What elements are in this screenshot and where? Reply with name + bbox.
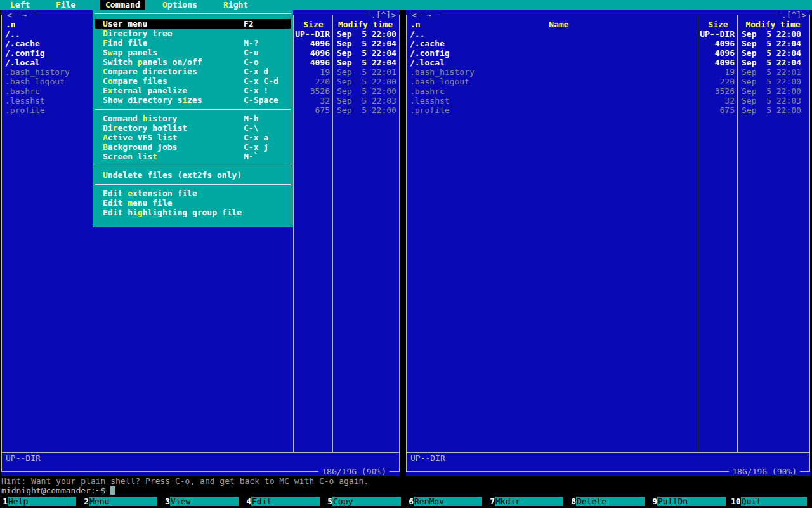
menu-shortcut: M-` (244, 152, 258, 161)
file-row[interactable]: .lesshst32Sep 5 22:03 (407, 96, 809, 105)
menu-item-user-menu[interactable]: User menuF2 (95, 19, 291, 29)
menu-shortcut: C-o (244, 57, 258, 67)
file-name: /.cache (410, 39, 445, 48)
label-post: ompare directories (108, 67, 197, 76)
panel-nav-buttons[interactable]: .[^]> (370, 10, 397, 20)
menu-item-compare-files[interactable]: Compare filesC-x C-d (95, 76, 291, 86)
fkey-pulldn[interactable]: 9PullDn (650, 497, 731, 506)
hotkey-letter: m (128, 198, 133, 208)
menu-item-directory-tree[interactable]: Directory tree (95, 29, 291, 38)
label-post: irectory tree (108, 29, 173, 38)
fkey-number: 3 (162, 497, 170, 506)
label-pre: Edit (103, 198, 128, 208)
label-post: hlighting group file (143, 208, 242, 217)
menu-item-screen-list[interactable]: Screen listM-` (95, 152, 291, 161)
menu-item-directory-hotlist[interactable]: Directory hotlistC-\ (95, 123, 291, 133)
fkey-menu[interactable]: 2Menu (81, 497, 162, 506)
fkey-view[interactable]: 3View (162, 497, 244, 506)
menu-separator (95, 180, 291, 189)
file-name: /.. (410, 29, 424, 39)
column-header-size[interactable]: Size (698, 20, 738, 29)
fkey-edit[interactable]: 4Edit (244, 497, 325, 506)
fkey-help[interactable]: 1Help (0, 497, 81, 506)
file-list: /..UP--DIRSep 5 22:00/.cache4096Sep 5 22… (407, 29, 809, 115)
fkey-copy[interactable]: 5Copy (325, 497, 406, 506)
fkey-delete[interactable]: 8Delete (568, 497, 650, 506)
hotkey-letter: p (138, 57, 143, 67)
label-post: mpare files (113, 76, 167, 86)
file-row[interactable]: /.cache4096Sep 5 22:04 (407, 39, 809, 48)
label-post: enu file (133, 198, 173, 208)
menubar-item-file[interactable]: File (51, 0, 81, 10)
column-header-name[interactable]: Name (419, 20, 698, 29)
fkey-number: 4 (244, 497, 251, 506)
file-row[interactable]: /.local4096Sep 5 22:04 (407, 58, 809, 67)
menu-item-edit-menu-file[interactable]: Edit menu file (95, 198, 291, 208)
label-pre: Edit hi (103, 208, 138, 217)
file-row[interactable]: .bash_logout220Sep 5 22:00 (407, 77, 809, 86)
fkey-mkdir[interactable]: 7Mkdir (487, 497, 568, 506)
menu-shortcut: C-\ (244, 123, 258, 133)
fkey-renmov[interactable]: 6RenMov (406, 497, 487, 506)
menu-item-background-jobs[interactable]: Background jobsC-x j (95, 142, 291, 152)
fkey-label: Mkdir (495, 497, 563, 506)
menu-item-undelete-files-ext2fs-only-[interactable]: Undelete files (ext2fs only) (95, 170, 291, 180)
menu-item-find-file[interactable]: Find fileM-? (95, 38, 291, 48)
fkey-number: 6 (406, 497, 414, 506)
menu-item-external-panelize[interactable]: External panelizeC-x ! (95, 86, 291, 95)
column-header-mtime[interactable]: Modify time (333, 20, 398, 29)
file-row[interactable]: /.config4096Sep 5 22:04 (407, 48, 809, 58)
fkey-label: RenMov (414, 497, 482, 506)
label-post: xtension file (133, 189, 197, 198)
menu-item-command-history[interactable]: Command historyM-h (95, 114, 291, 123)
hotkey-letter: F (103, 38, 108, 48)
menu-item-edit-extension-file[interactable]: Edit extension file (95, 189, 291, 198)
menu-item-active-vfs-list[interactable]: Active VFS listC-x a (95, 133, 291, 142)
menu-shortcut: F2 (244, 19, 254, 29)
file-size: 4096 (698, 48, 737, 58)
panel-path[interactable]: <─ ~ (410, 10, 438, 20)
hotkey-letter: w (108, 48, 113, 57)
label-pre: S (103, 48, 108, 57)
file-size: 675 (293, 105, 332, 115)
hint-line: Hint: Want your plain shell? Press C-o, … (1, 476, 369, 486)
menu-item-switch-panels-on-off[interactable]: Switch panels on/offC-o (95, 57, 291, 67)
menu-item-edit-highlighting-group-file[interactable]: Edit highlighting group file (95, 208, 291, 217)
menu-item-compare-directories[interactable]: Compare directoriesC-x d (95, 67, 291, 76)
fkey-quit[interactable]: 10Quit (731, 497, 812, 506)
label-pre: Edit (103, 189, 128, 198)
file-size: 220 (293, 77, 332, 86)
file-mtime: Sep 5 22:04 (742, 48, 801, 58)
file-size: 3526 (293, 86, 332, 96)
menubar-item-left[interactable]: Left (5, 0, 35, 10)
file-name: /.cache (5, 39, 40, 48)
file-size: 32 (698, 96, 737, 105)
hotkey-letter: O (162, 0, 167, 10)
menubar-item-options[interactable]: Options (157, 0, 202, 10)
hotkey-letter: C (105, 0, 110, 10)
hotkey-letter: i (182, 95, 187, 105)
file-size: 220 (698, 77, 737, 86)
file-size: 4096 (293, 39, 332, 48)
menu-item-show-directory-sizes[interactable]: Show directory sizesC-Space (95, 95, 291, 105)
panel-border-minisep (2, 452, 399, 453)
file-row[interactable]: .bashrc3526Sep 5 22:00 (407, 86, 809, 96)
file-size: 4096 (293, 58, 332, 67)
label-pre: Switch (103, 57, 138, 67)
panel-nav-buttons[interactable]: .[^]> (780, 10, 808, 20)
column-header-size[interactable]: Size (294, 20, 333, 29)
panel-border-minisep (407, 452, 809, 453)
file-row[interactable]: /..UP--DIRSep 5 22:00 (407, 29, 809, 39)
panel-path[interactable]: <─ ~ (5, 10, 34, 20)
file-size: 4096 (698, 39, 737, 48)
menu-item-swap-panels[interactable]: Swap panelsC-u (95, 48, 291, 57)
label-post: ndelete files (ext2fs only) (108, 170, 242, 180)
file-row[interactable]: .profile675Sep 5 22:00 (407, 105, 809, 115)
shell-prompt-line[interactable]: midnight@commander:~$ (1, 486, 115, 495)
label-post: ap panels (113, 48, 157, 57)
file-name: .lesshst (5, 96, 45, 105)
menubar-item-right[interactable]: Right (218, 0, 253, 10)
file-row[interactable]: .bash_history19Sep 5 22:01 (407, 67, 809, 77)
menubar-item-command[interactable]: Command (100, 0, 145, 10)
column-header-mtime[interactable]: Modify time (738, 20, 808, 29)
